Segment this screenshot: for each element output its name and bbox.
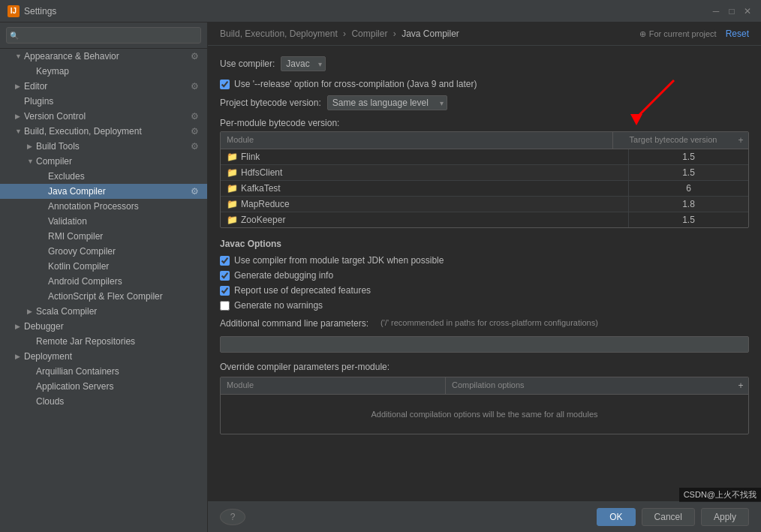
- sidebar-item-version-control[interactable]: ▶ Version Control ⚙: [0, 109, 207, 124]
- folder-icon: 📁: [227, 183, 238, 194]
- additional-params-label: Additional command line parameters:: [220, 318, 368, 329]
- sidebar-item-label: Keymap: [36, 66, 69, 77]
- sidebar-item-keymap[interactable]: Keymap: [0, 64, 207, 79]
- sidebar-item-java-compiler[interactable]: Java Compiler ⚙: [0, 184, 207, 199]
- override-table-header: Module Compilation options +: [221, 377, 748, 395]
- search-input[interactable]: [6, 27, 201, 44]
- sidebar-item-compiler[interactable]: ▼ Compiler: [0, 154, 207, 169]
- javac-option-checkbox-3[interactable]: [220, 286, 230, 296]
- folder-icon: 📁: [227, 215, 238, 225]
- sidebar-item-arquillian-containers[interactable]: Arquillian Containers: [0, 364, 207, 379]
- javac-option-2: Generate debugging info: [220, 270, 749, 281]
- sidebar-item-editor[interactable]: ▶ Editor ⚙: [0, 79, 207, 94]
- sidebar-item-label: Android Compilers: [48, 276, 122, 287]
- sidebar-item-application-servers[interactable]: Application Servers: [0, 379, 207, 394]
- sidebar-item-label: Validation: [48, 216, 87, 227]
- use-release-checkbox[interactable]: [220, 80, 230, 89]
- override-params-label: Override compiler parameters per-module:: [220, 362, 390, 372]
- use-release-label: Use '--release' option for cross-compila…: [234, 79, 477, 89]
- sidebar-item-groovy-compiler[interactable]: Groovy Compiler: [0, 244, 207, 259]
- sidebar-item-remote-jar-repos[interactable]: Remote Jar Repositories: [0, 334, 207, 349]
- sidebar-item-actionscript-flex[interactable]: ActionScript & Flex Compiler: [0, 289, 207, 304]
- sidebar-item-plugins[interactable]: Plugins: [0, 94, 207, 109]
- sidebar-item-label: Compiler: [36, 156, 72, 167]
- close-button[interactable]: ✕: [741, 5, 753, 17]
- javac-options-section: Javac Options Use compiler from module t…: [220, 239, 749, 311]
- arrow-icon: ▼: [15, 128, 24, 135]
- additional-params-input[interactable]: [220, 336, 749, 353]
- sidebar-item-label: Java Compiler: [48, 186, 106, 197]
- bth-options: Compilation options: [446, 377, 733, 394]
- javac-options-header: Javac Options: [220, 239, 749, 249]
- sidebar-item-label: Kotlin Compiler: [48, 261, 109, 272]
- table-row: 📁 KafkaTest 6: [221, 181, 748, 197]
- sidebar-item-excludes[interactable]: Excludes: [0, 169, 207, 184]
- main-container: ▼ Appearance & Behavior ⚙ Keymap ▶ Edito…: [0, 23, 761, 532]
- javac-option-3: Report use of deprecated features: [220, 285, 749, 296]
- sidebar-item-clouds[interactable]: Clouds: [0, 394, 207, 409]
- sidebar-item-rmi-compiler[interactable]: RMI Compiler: [0, 229, 207, 244]
- sidebar-item-build-execution-deployment[interactable]: ▼ Build, Execution, Deployment ⚙: [0, 124, 207, 139]
- sidebar-item-label: Excludes: [48, 171, 85, 182]
- th-module: Module: [221, 132, 613, 149]
- cancel-button[interactable]: Cancel: [642, 508, 695, 526]
- add-override-button[interactable]: +: [733, 377, 748, 394]
- breadcrumb-separator2: ›: [393, 29, 399, 39]
- sidebar-item-label: Clouds: [36, 396, 64, 407]
- breadcrumb-current: Java Compiler: [402, 29, 459, 39]
- sidebar-item-label: Groovy Compiler: [48, 246, 116, 257]
- project-bytecode-label: Project bytecode version:: [220, 98, 321, 108]
- project-bytecode-row: Project bytecode version: Same as langua…: [220, 95, 749, 110]
- search-wrapper: [6, 27, 201, 44]
- add-module-button[interactable]: +: [733, 132, 748, 149]
- search-box: [0, 23, 207, 49]
- sidebar-item-scala-compiler[interactable]: ▶ Scala Compiler: [0, 304, 207, 319]
- module-name: 📁 MapReduce: [221, 197, 628, 212]
- sidebar-item-label: RMI Compiler: [48, 231, 103, 242]
- sidebar-item-appearance-behavior[interactable]: ▼ Appearance & Behavior ⚙: [0, 49, 207, 64]
- sidebar-item-android-compilers[interactable]: Android Compilers: [0, 274, 207, 289]
- javac-option-checkbox-4[interactable]: [220, 301, 230, 311]
- window-controls: ─ □ ✕: [710, 5, 753, 17]
- module-table-header: Module Target bytecode version +: [221, 132, 748, 149]
- sidebar-item-label: Appearance & Behavior: [24, 51, 119, 62]
- folder-icon: 📁: [227, 199, 238, 209]
- for-project-label: ⊕ For current project: [639, 29, 717, 39]
- sidebar-item-label: Debugger: [24, 321, 64, 332]
- apply-button[interactable]: Apply: [701, 508, 749, 526]
- additional-params-row: Additional command line parameters: ('/'…: [220, 318, 749, 329]
- table-row: 📁 ZooKeeper 1.5: [221, 212, 748, 227]
- sidebar-item-kotlin-compiler[interactable]: Kotlin Compiler: [0, 259, 207, 274]
- per-module-section: Per-module bytecode version:: [220, 118, 749, 128]
- help-button[interactable]: ?: [220, 509, 245, 525]
- module-name: 📁 ZooKeeper: [221, 212, 628, 227]
- sidebar-item-label: Plugins: [24, 96, 53, 107]
- ok-button[interactable]: OK: [597, 508, 635, 526]
- bytecode-version-select[interactable]: Same as language level: [327, 95, 447, 110]
- module-name-text: HdfsClient: [241, 167, 282, 178]
- arrow-icon: ▶: [15, 323, 24, 330]
- minimize-button[interactable]: ─: [710, 5, 722, 17]
- arrow-icon: ▶: [15, 83, 24, 90]
- sidebar-item-debugger[interactable]: ▶ Debugger: [0, 319, 207, 334]
- breadcrumb-part2: Compiler: [351, 29, 387, 39]
- bth-module: Module: [221, 377, 446, 394]
- sidebar-item-annotation-processors[interactable]: Annotation Processors: [0, 199, 207, 214]
- breadcrumb-separator: ›: [343, 29, 348, 39]
- panel-body: Use compiler: Javac Use '--release' opti…: [208, 46, 761, 501]
- folder-icon: 📁: [227, 167, 238, 178]
- sidebar-item-label: Arquillian Containers: [36, 366, 119, 377]
- sidebar-item-label: Version Control: [24, 111, 86, 122]
- compiler-select[interactable]: Javac: [281, 56, 326, 71]
- reset-button[interactable]: Reset: [726, 29, 749, 39]
- sidebar-item-label: Scala Compiler: [36, 306, 97, 317]
- sidebar-item-deployment[interactable]: ▶ Deployment: [0, 349, 207, 364]
- sidebar-item-build-tools[interactable]: ▶ Build Tools ⚙: [0, 139, 207, 154]
- title-bar: IJ Settings ─ □ ✕: [0, 0, 761, 23]
- settings-icon: ⚙: [191, 51, 201, 62]
- sidebar-item-validation[interactable]: Validation: [0, 214, 207, 229]
- maximize-button[interactable]: □: [726, 5, 738, 17]
- arrow-icon: ▶: [27, 308, 36, 315]
- javac-option-checkbox-1[interactable]: [220, 256, 230, 266]
- javac-option-checkbox-2[interactable]: [220, 271, 230, 281]
